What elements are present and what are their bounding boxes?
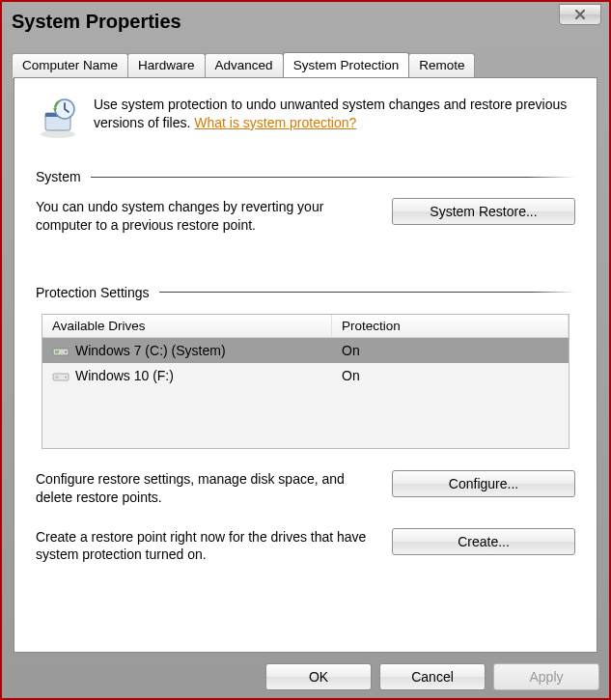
tab-panel: Use system protection to undo unwanted s…: [14, 77, 597, 653]
configure-row: Configure restore settings, manage disk …: [36, 470, 575, 507]
system-restore-row: You can undo system changes by reverting…: [36, 198, 575, 235]
tab-strip: Computer Name Hardware Advanced System P…: [12, 52, 603, 77]
protection-section-header: Protection Settings: [36, 285, 575, 300]
system-restore-desc: You can undo system changes by reverting…: [36, 198, 380, 235]
system-properties-window: System Properties Computer Name Hardware…: [0, 0, 611, 700]
intro-block: Use system protection to undo unwanted s…: [36, 96, 575, 140]
drive-name: Windows 10 (F:): [75, 368, 174, 383]
cancel-button[interactable]: Cancel: [379, 663, 486, 690]
svg-rect-6: [55, 350, 59, 353]
intro-text: Use system protection to undo unwanted s…: [94, 96, 575, 140]
divider: [91, 177, 575, 178]
svg-point-7: [65, 350, 67, 352]
create-desc: Create a restore point right now for the…: [36, 528, 380, 565]
titlebar: System Properties: [2, 2, 609, 41]
drive-system-icon: [52, 344, 69, 357]
tab-hardware[interactable]: Hardware: [127, 53, 206, 78]
col-available-drives[interactable]: Available Drives: [42, 315, 332, 337]
system-restore-button[interactable]: System Restore...: [392, 198, 575, 225]
drive-protection: On: [332, 341, 569, 360]
system-heading: System: [36, 169, 81, 184]
tab-advanced[interactable]: Advanced: [205, 53, 284, 78]
col-protection[interactable]: Protection: [332, 315, 569, 337]
create-button[interactable]: Create...: [392, 528, 575, 555]
table-row[interactable]: Windows 7 (C:) (System) On: [42, 338, 569, 363]
tab-remote[interactable]: Remote: [408, 53, 475, 78]
protection-shield-icon: [36, 96, 80, 140]
apply-button[interactable]: Apply: [493, 663, 599, 690]
svg-point-10: [65, 376, 67, 378]
table-row[interactable]: Windows 10 (F:) On: [42, 363, 569, 388]
what-is-system-protection-link[interactable]: What is system protection?: [194, 115, 356, 130]
close-button[interactable]: [559, 4, 601, 25]
divider: [159, 292, 575, 293]
dialog-footer: OK Cancel Apply: [265, 663, 599, 690]
drive-protection: On: [332, 366, 569, 385]
drives-table[interactable]: Available Drives Protection Windows 7 (C…: [42, 314, 569, 449]
tab-computer-name[interactable]: Computer Name: [12, 53, 128, 78]
create-row: Create a restore point right now for the…: [36, 528, 575, 565]
drives-header: Available Drives Protection: [42, 315, 569, 338]
configure-button[interactable]: Configure...: [392, 470, 575, 497]
window-title: System Properties: [12, 11, 181, 33]
tab-system-protection[interactable]: System Protection: [283, 52, 410, 77]
close-icon: [574, 9, 586, 20]
ok-button[interactable]: OK: [265, 663, 372, 690]
tabs-area: Computer Name Hardware Advanced System P…: [8, 52, 603, 653]
svg-point-0: [41, 130, 75, 138]
system-section-header: System: [36, 169, 575, 184]
configure-desc: Configure restore settings, manage disk …: [36, 470, 380, 507]
drive-name: Windows 7 (C:) (System): [75, 343, 226, 358]
drive-icon: [52, 369, 69, 382]
svg-rect-9: [55, 376, 59, 378]
protection-heading: Protection Settings: [36, 285, 150, 300]
